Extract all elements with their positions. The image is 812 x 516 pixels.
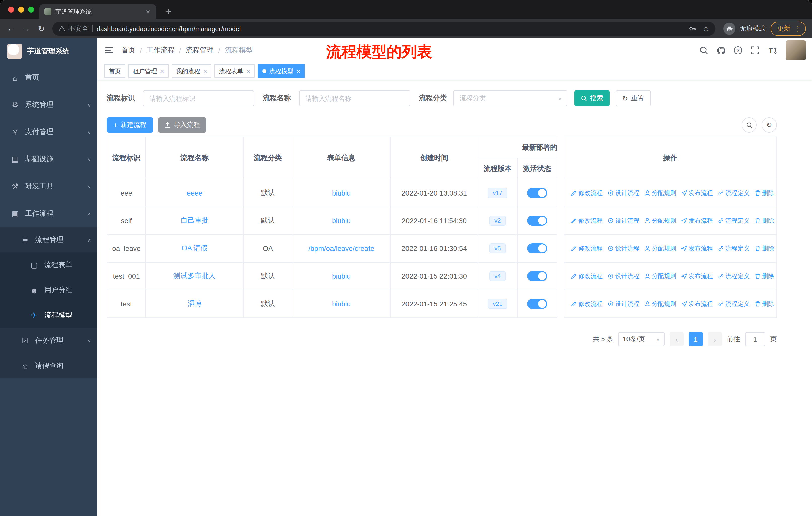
- search-button[interactable]: 搜索: [574, 90, 610, 106]
- import-process-button[interactable]: 导入流程: [158, 117, 206, 133]
- breadcrumb-item[interactable]: 工作流程: [146, 46, 175, 55]
- assign-rule-link[interactable]: 分配规则: [644, 216, 676, 225]
- design-process-link[interactable]: 设计流程: [608, 300, 639, 308]
- refresh-table-button[interactable]: ↻: [762, 117, 777, 133]
- reset-button[interactable]: ↻ 重置: [616, 90, 651, 106]
- view-tag[interactable]: 首页: [104, 64, 125, 78]
- process-name-link[interactable]: eeee: [187, 189, 202, 197]
- delete-link[interactable]: 删除: [755, 272, 774, 280]
- breadcrumb-item[interactable]: 流程管理: [186, 46, 214, 55]
- process-name-link[interactable]: 测试多审批人: [173, 272, 216, 281]
- form-info-link[interactable]: biubiu: [332, 300, 351, 308]
- sidebar-item-dev-tools[interactable]: ⚒ 研发工具 ∨: [0, 173, 97, 200]
- tab-close-icon[interactable]: ×: [145, 7, 151, 16]
- next-page-button[interactable]: ›: [708, 332, 722, 346]
- process-definition-link[interactable]: 流程定义: [718, 300, 750, 308]
- forward-icon[interactable]: →: [19, 22, 33, 36]
- close-icon[interactable]: ×: [160, 68, 164, 74]
- user-avatar[interactable]: [786, 40, 806, 60]
- back-icon[interactable]: ←: [4, 22, 18, 36]
- close-icon[interactable]: ×: [203, 68, 207, 74]
- password-key-icon[interactable]: [689, 25, 696, 33]
- sidebar-item-process-management[interactable]: ≣ 流程管理 ∧: [0, 227, 97, 252]
- sidebar-item-process-form[interactable]: ▢ 流程表单: [0, 252, 97, 278]
- macos-zoom-button[interactable]: [28, 6, 34, 12]
- delete-link[interactable]: 删除: [755, 189, 774, 197]
- assign-rule-link[interactable]: 分配规则: [644, 272, 676, 280]
- app-logo[interactable]: 芋道管理系统: [0, 38, 97, 64]
- publish-process-link[interactable]: 发布流程: [681, 244, 713, 253]
- active-toggle[interactable]: [527, 271, 547, 281]
- process-name-input[interactable]: [299, 90, 410, 106]
- close-icon[interactable]: ×: [246, 68, 250, 74]
- design-process-link[interactable]: 设计流程: [608, 216, 639, 225]
- process-name-link[interactable]: 自己审批: [180, 216, 209, 225]
- publish-process-link[interactable]: 发布流程: [681, 300, 713, 308]
- help-icon[interactable]: ?: [732, 45, 744, 56]
- sidebar-item-infrastructure[interactable]: ▤ 基础设施 ∨: [0, 146, 97, 173]
- close-icon[interactable]: ×: [296, 68, 300, 74]
- breadcrumb-item[interactable]: 首页: [121, 46, 136, 55]
- assign-rule-link[interactable]: 分配规则: [644, 244, 676, 253]
- view-tag[interactable]: 流程模型 ×: [258, 64, 305, 78]
- view-tag[interactable]: 租户管理 ×: [128, 64, 168, 78]
- form-info-link[interactable]: biubiu: [332, 217, 351, 225]
- modify-process-link[interactable]: 修改流程: [571, 189, 603, 197]
- macos-close-button[interactable]: [8, 6, 14, 12]
- github-icon[interactable]: [715, 45, 726, 56]
- reload-icon[interactable]: ↻: [34, 22, 48, 36]
- assign-rule-link[interactable]: 分配规则: [644, 189, 676, 197]
- modify-process-link[interactable]: 修改流程: [571, 272, 603, 280]
- hamburger-icon[interactable]: [97, 47, 121, 53]
- form-info-link[interactable]: /bpm/oa/leave/create: [308, 244, 374, 252]
- modify-process-link[interactable]: 修改流程: [571, 244, 603, 253]
- sidebar-item-task-management[interactable]: ☑ 任务管理 ∨: [0, 328, 97, 353]
- active-toggle[interactable]: [527, 188, 547, 198]
- browser-menu-icon[interactable]: ⋮: [794, 25, 802, 33]
- modify-process-link[interactable]: 修改流程: [571, 300, 603, 308]
- font-size-icon[interactable]: T: [767, 45, 778, 56]
- process-definition-link[interactable]: 流程定义: [718, 189, 750, 197]
- sidebar-item-workflow[interactable]: ▣ 工作流程 ∧: [0, 200, 97, 227]
- active-toggle[interactable]: [527, 216, 547, 226]
- update-chip[interactable]: 更新 ⋮: [771, 22, 806, 36]
- search-icon[interactable]: [698, 45, 709, 56]
- sidebar-item-system-management[interactable]: ⚙ 系统管理 ∨: [0, 91, 97, 118]
- sidebar-item-home[interactable]: ⌂ 首页: [0, 64, 97, 91]
- sidebar-item-user-group[interactable]: ☻ 用户分组: [0, 278, 97, 303]
- page-size-select[interactable]: 10条/页 ∨: [618, 332, 665, 346]
- sidebar-item-payment-management[interactable]: ¥ 支付管理 ∨: [0, 118, 97, 146]
- delete-link[interactable]: 删除: [755, 244, 774, 253]
- form-info-link[interactable]: biubiu: [332, 272, 351, 280]
- publish-process-link[interactable]: 发布流程: [681, 189, 713, 197]
- publish-process-link[interactable]: 发布流程: [681, 216, 713, 225]
- process-name-link[interactable]: OA 请假: [182, 244, 208, 253]
- assign-rule-link[interactable]: 分配规则: [644, 300, 676, 308]
- toggle-search-button[interactable]: [742, 117, 757, 133]
- bookmark-star-icon[interactable]: ☆: [702, 24, 709, 33]
- browser-tab[interactable]: 芋道管理系统 ×: [39, 4, 156, 19]
- sidebar-item-leave-query[interactable]: ☺ 请假查询: [0, 353, 97, 378]
- active-toggle[interactable]: [527, 243, 547, 253]
- goto-page-input[interactable]: [745, 332, 765, 346]
- process-definition-link[interactable]: 流程定义: [718, 272, 750, 280]
- prev-page-button[interactable]: ‹: [670, 332, 684, 346]
- security-status[interactable]: 不安全: [58, 24, 88, 33]
- delete-link[interactable]: 删除: [755, 216, 774, 225]
- publish-process-link[interactable]: 发布流程: [681, 272, 713, 280]
- form-info-link[interactable]: biubiu: [332, 189, 351, 197]
- url-bar[interactable]: 不安全 dashboard.yudao.iocoder.cn/bpm/manag…: [52, 22, 715, 36]
- delete-link[interactable]: 删除: [755, 300, 774, 308]
- create-process-button[interactable]: + 新建流程: [107, 117, 153, 133]
- design-process-link[interactable]: 设计流程: [608, 244, 639, 253]
- view-tag[interactable]: 流程表单 ×: [214, 64, 255, 78]
- process-key-input[interactable]: [143, 90, 254, 106]
- view-tag[interactable]: 我的流程 ×: [171, 64, 211, 78]
- modify-process-link[interactable]: 修改流程: [571, 216, 603, 225]
- design-process-link[interactable]: 设计流程: [608, 272, 639, 280]
- new-tab-button[interactable]: +: [162, 5, 175, 18]
- sidebar-item-process-model[interactable]: ✈ 流程模型: [0, 303, 97, 328]
- process-name-link[interactable]: 滔博: [187, 299, 202, 308]
- fullscreen-icon[interactable]: [750, 45, 761, 56]
- process-definition-link[interactable]: 流程定义: [718, 216, 750, 225]
